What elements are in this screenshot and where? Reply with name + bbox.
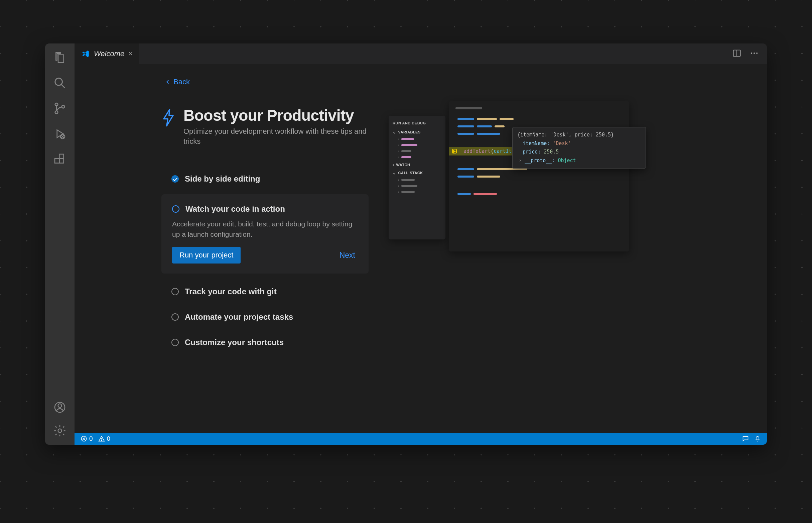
- activity-bar: [45, 43, 75, 445]
- list-item: ›: [393, 155, 441, 159]
- main-column: Welcome × Back: [75, 43, 767, 445]
- step-git[interactable]: Track your code with git: [162, 279, 369, 304]
- run-project-button[interactable]: Run your project: [172, 247, 241, 264]
- circle-icon: [171, 339, 179, 346]
- status-errors[interactable]: 0: [80, 435, 93, 443]
- circle-icon: [172, 205, 180, 213]
- settings-gear-icon[interactable]: [53, 423, 67, 438]
- svg-line-1: [61, 85, 65, 88]
- svg-point-21: [101, 440, 102, 441]
- error-icon: [80, 435, 87, 442]
- editor-preview: addToCart(cartItem);: [449, 101, 629, 251]
- step-side-by-side[interactable]: Side by side editing: [162, 166, 369, 192]
- svg-point-4: [62, 105, 64, 108]
- lightning-icon: [162, 108, 175, 127]
- status-warnings[interactable]: 0: [98, 435, 111, 443]
- svg-rect-7: [59, 159, 63, 163]
- svg-point-0: [55, 78, 62, 86]
- status-bell-icon[interactable]: [754, 435, 761, 442]
- more-actions-icon[interactable]: [750, 49, 759, 59]
- step-automate[interactable]: Automate your project tasks: [162, 304, 369, 330]
- svg-rect-6: [55, 159, 59, 163]
- list-item: ›: [393, 190, 441, 194]
- step-shortcuts[interactable]: Customize your shortcuts: [162, 330, 369, 355]
- vscode-icon: [81, 50, 90, 58]
- svg-point-14: [751, 53, 752, 54]
- preview-illustration: RUN AND DEBUG ⌄VARIABLES › › › › ›WATCH …: [389, 77, 747, 433]
- hover-tooltip: {itemName: 'Desk', price: 250.5} itemNam…: [512, 127, 646, 168]
- step-watch-code[interactable]: Watch your code in action: [172, 204, 358, 219]
- svg-point-10: [58, 404, 62, 408]
- page-title: Boost your Productivity: [184, 106, 369, 124]
- step-description: Accelerate your edit, build, test, and d…: [172, 219, 358, 239]
- editor-tab-placeholder: [455, 107, 482, 109]
- walkthrough-steps: Side by side editing Watch your code in …: [95, 166, 369, 355]
- tab-title: Welcome: [94, 50, 124, 58]
- status-feedback-icon[interactable]: [742, 435, 749, 442]
- vscode-window: Welcome × Back: [45, 43, 767, 445]
- breakpoint-icon: [452, 149, 457, 154]
- files-icon[interactable]: [53, 50, 67, 65]
- circle-icon: [171, 313, 179, 321]
- svg-point-3: [55, 111, 58, 114]
- debug-sidebar: RUN AND DEBUG ⌄VARIABLES › › › › ›WATCH …: [389, 116, 446, 239]
- warning-icon: [98, 435, 105, 442]
- watch-section: ›WATCH: [393, 163, 441, 167]
- split-editor-icon[interactable]: [732, 49, 741, 59]
- search-icon[interactable]: [53, 76, 67, 90]
- step-watch-code-card: Watch your code in action Accelerate you…: [162, 194, 369, 273]
- tab-welcome[interactable]: Welcome ×: [75, 43, 139, 64]
- list-item: ›: [393, 137, 441, 141]
- tab-bar: Welcome ×: [75, 43, 767, 64]
- close-icon[interactable]: ×: [128, 50, 133, 58]
- account-icon[interactable]: [53, 400, 67, 415]
- status-bar: 0 0: [75, 433, 767, 445]
- circle-icon: [171, 288, 179, 295]
- next-link[interactable]: Next: [340, 251, 358, 260]
- source-control-icon[interactable]: [53, 101, 67, 116]
- callstack-section: ⌄CALL STACK: [393, 170, 441, 175]
- svg-point-2: [55, 103, 58, 106]
- back-link[interactable]: Back: [95, 77, 369, 86]
- svg-rect-8: [59, 154, 63, 159]
- list-item: ›: [393, 184, 441, 188]
- welcome-content: Back Boost your Productivity Optimize yo…: [75, 64, 767, 433]
- svg-point-11: [58, 429, 62, 433]
- run-debug-icon[interactable]: [53, 126, 67, 141]
- extensions-icon[interactable]: [53, 152, 67, 166]
- svg-point-15: [754, 53, 755, 54]
- check-circle-icon: [171, 175, 179, 183]
- chevron-left-icon: [165, 79, 171, 85]
- list-item: ›: [393, 178, 441, 182]
- tooltip-summary: {itemName: 'Desk', price: 250.5}: [517, 131, 641, 140]
- svg-point-16: [756, 53, 757, 54]
- variables-section: ⌄VARIABLES: [393, 130, 441, 134]
- debug-header: RUN AND DEBUG: [393, 121, 441, 125]
- list-item: ›: [393, 143, 441, 147]
- page-subtitle: Optimize your development workflow with …: [184, 126, 369, 146]
- list-item: ›: [393, 149, 441, 153]
